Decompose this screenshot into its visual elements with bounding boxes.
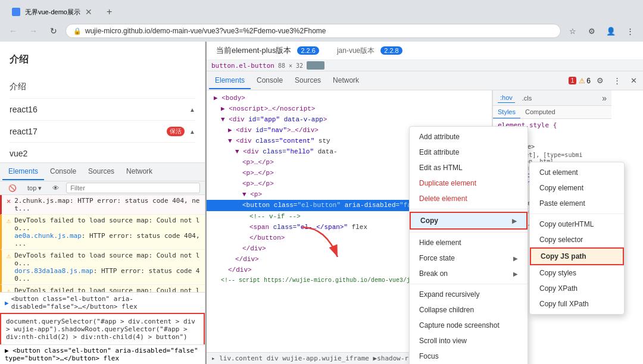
tab-styles[interactable]: Styles xyxy=(493,106,520,118)
react17-arrow: ▲ xyxy=(189,128,195,135)
reload-button[interactable]: ↻ xyxy=(45,23,62,39)
devtools-settings-btn[interactable]: ⚙ xyxy=(593,74,607,88)
bottom-bar-text: ▶ <button class="el-button" aria-disable… xyxy=(5,347,198,362)
console-msg-warn-3: ⚠ DevTools failed to load source map: Co… xyxy=(0,285,205,292)
other-version-badge: 2.2.8 xyxy=(380,46,402,55)
react16-arrow: ▲ xyxy=(189,106,195,113)
devtools-more-btn[interactable]: ⋮ xyxy=(610,74,624,88)
submenu-copy-selector[interactable]: Copy selector xyxy=(530,232,624,247)
error-text: 2.chunk.js.map: HTTP error: status code … xyxy=(14,197,200,212)
menu-add-attribute[interactable]: Add attribute xyxy=(410,129,527,145)
tab-1-close[interactable]: ✕ xyxy=(85,7,92,17)
top-label: top xyxy=(27,184,36,192)
console-input-bar: ▶ <button class="el-button" aria-disable… xyxy=(0,292,205,313)
tab-1[interactable]: 无界vue-demo展示 ✕ xyxy=(5,4,99,20)
menu-capture[interactable]: Capture node screenshot xyxy=(410,318,527,333)
left-tab-network[interactable]: Network xyxy=(120,164,158,180)
intro-title: 介绍 xyxy=(10,54,195,66)
styles-hov-btn[interactable]: :hov xyxy=(498,93,515,103)
menu-edit-html[interactable]: Edit as HTML xyxy=(410,160,527,175)
break-on-arrow: ▶ xyxy=(513,271,518,277)
menu-break-on[interactable]: Break on ▶ xyxy=(410,266,527,281)
address-bar-row: ← → ↻ 🔒 wujie-micro.github.io/demo-main-… xyxy=(0,20,643,42)
error-count-badge: 1 xyxy=(569,77,577,84)
styles-cls-btn[interactable]: .cls xyxy=(520,93,535,103)
console-msg-warn-2: ⚠ DevTools failed to load source map: Co… xyxy=(0,250,205,285)
version-badge: 2.2.6 xyxy=(297,46,319,55)
submenu-copy-xpath[interactable]: Copy XPath xyxy=(530,281,624,296)
force-state-arrow: ▶ xyxy=(513,255,518,262)
warn-icon-3: ⚠ xyxy=(7,287,11,292)
warning-triangle: ⚠ xyxy=(579,77,585,85)
account-button[interactable]: 👤 xyxy=(603,23,619,39)
devtools-tab-network[interactable]: Network xyxy=(327,73,365,89)
submenu-copy-styles[interactable]: Copy styles xyxy=(530,265,624,281)
menu-duplicate[interactable]: Duplicate element xyxy=(410,175,527,191)
tab-1-favicon xyxy=(12,8,20,16)
sidebar-item-react17[interactable]: react17 保活 ▲ xyxy=(10,121,195,143)
left-tab-sources[interactable]: Sources xyxy=(82,164,120,180)
sidebar-item-intro-label: 介绍 xyxy=(10,81,195,92)
react17-badge: 保活 xyxy=(167,127,185,136)
warning-count-badge: ⚠ 6 xyxy=(579,77,591,85)
devtools-tabs-bar: Elements Console Sources Network 1 ⚠ 6 ⚙… xyxy=(207,71,643,90)
copy-arrow: ▶ xyxy=(512,218,517,224)
left-tab-elements[interactable]: Elements xyxy=(2,164,44,180)
menu-copy[interactable]: Copy ▶ xyxy=(410,212,527,230)
back-button[interactable]: ← xyxy=(5,23,21,39)
devtools-tab-elements[interactable]: Elements xyxy=(209,73,251,89)
tab-computed[interactable]: Computed xyxy=(520,106,560,118)
context-menu-overlay: Add attribute Edit attribute Edit as HTM… xyxy=(409,126,625,364)
warn-text-3: DevTools failed to load source map: Coul… xyxy=(14,287,200,292)
address-bar[interactable]: 🔒 wujie-micro.github.io/demo-main-vue/vu… xyxy=(65,24,561,38)
submenu-paste[interactable]: Paste element xyxy=(530,196,624,211)
sidebar-content: 介绍 介绍 react16 ▲ react17 保活 ▲ vue2 xyxy=(0,42,205,162)
styles-expand-btn[interactable]: » xyxy=(602,93,607,103)
sidebar-item-intro[interactable]: 介绍 xyxy=(10,76,195,99)
devtools-tab-sources[interactable]: Sources xyxy=(289,73,327,89)
warn-text-2: DevTools failed to load source map: Coul… xyxy=(14,252,200,283)
devtools-tab-console[interactable]: Console xyxy=(251,73,289,89)
menu-separator-3 xyxy=(410,284,527,284)
browser-chrome: 无界vue-demo展示 ✕ + ← → ↻ 🔒 wujie-micro.git… xyxy=(0,0,643,42)
js-path-output[interactable]: document.querySelector("#app > div.conte… xyxy=(0,313,205,344)
address-text: wujie-micro.github.io/demo-main-vue/vue3… xyxy=(85,27,553,35)
devtools-close-btn[interactable]: ✕ xyxy=(626,74,641,88)
sidebar-item-vue2-label: vue2 xyxy=(10,149,195,158)
element-info-bar: button.el-button 88 × 32 xyxy=(207,60,643,71)
console-clear-btn[interactable]: 🚫 xyxy=(5,183,20,193)
lock-icon: 🔒 xyxy=(73,27,82,35)
menu-collapse[interactable]: Collapse children xyxy=(410,302,527,318)
menu-button[interactable]: ⋮ xyxy=(622,23,638,39)
styles-header: :hov .cls » xyxy=(493,90,611,106)
menu-hide[interactable]: Hide element xyxy=(410,235,527,250)
sidebar-item-vue2[interactable]: vue2 xyxy=(10,143,195,162)
tree-app-div[interactable]: ▼ <div id="app" data-v-app> xyxy=(207,114,492,125)
warn-icon-2: ⚠ xyxy=(7,252,11,260)
menu-expand[interactable]: Expand recursively xyxy=(410,287,527,302)
new-tab-button[interactable]: + xyxy=(102,4,117,20)
devtools-split: ▶ <body> ▶ <noscript>…</noscript> ▼ <div… xyxy=(207,90,643,364)
bookmark-button[interactable]: ☆ xyxy=(564,23,581,39)
submenu-copy-outer[interactable]: Copy outerHTML xyxy=(530,216,624,232)
submenu-copy-full-xpath[interactable]: Copy full XPath xyxy=(530,296,624,312)
extensions-button[interactable]: ⚙ xyxy=(583,23,600,39)
menu-scroll[interactable]: Scroll into view xyxy=(410,333,527,349)
submenu-copy-element[interactable]: Copy element xyxy=(530,180,624,196)
console-filter-input[interactable] xyxy=(66,183,200,193)
console-eye-btn[interactable]: 👁 xyxy=(49,183,63,193)
element-highlight-box xyxy=(307,61,324,70)
menu-edit-attribute[interactable]: Edit attribute xyxy=(410,145,527,160)
submenu-cut[interactable]: Cut element xyxy=(530,165,624,180)
console-top-btn[interactable]: top ▾ xyxy=(24,183,45,193)
menu-delete[interactable]: Delete element xyxy=(410,191,527,206)
sidebar-item-react16[interactable]: react16 ▲ xyxy=(10,99,195,121)
forward-button[interactable]: → xyxy=(25,23,42,39)
tree-noscript[interactable]: ▶ <noscript>…</noscript> xyxy=(207,103,492,114)
notification-title: 当前element-plus版本 xyxy=(216,45,291,56)
left-tab-console[interactable]: Console xyxy=(44,164,82,180)
menu-focus[interactable]: Focus xyxy=(410,349,527,364)
submenu-copy-js-path[interactable]: Copy JS path xyxy=(530,247,624,265)
tree-body[interactable]: ▶ <body> xyxy=(207,93,492,103)
menu-force-state[interactable]: Force state ▶ xyxy=(410,250,527,266)
